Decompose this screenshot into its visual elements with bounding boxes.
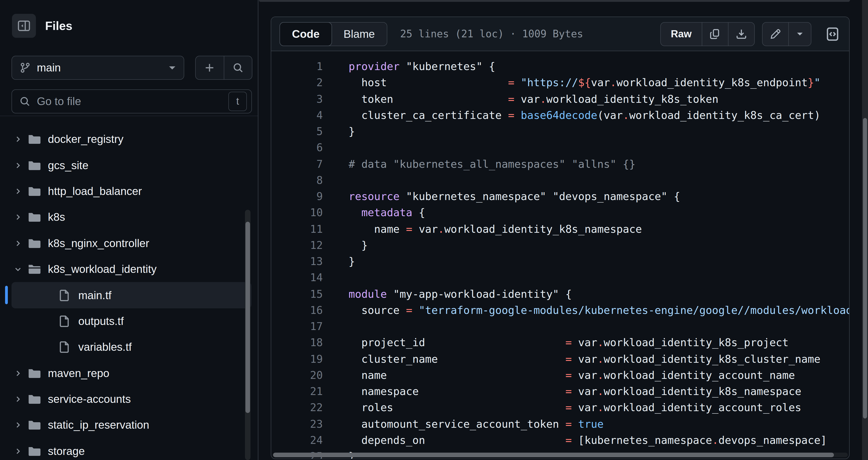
line-number[interactable]: 23 bbox=[271, 416, 323, 432]
edit-button[interactable] bbox=[763, 22, 788, 46]
search-icon bbox=[19, 96, 30, 107]
code-horizontal-scrollbar bbox=[273, 453, 848, 457]
code-token: . bbox=[438, 223, 444, 235]
tree-item-k8s_workload_identity[interactable]: k8s_workload_identity bbox=[0, 256, 258, 282]
copy-button[interactable] bbox=[702, 22, 728, 46]
chevron-down-icon[interactable] bbox=[11, 265, 25, 273]
line-number[interactable]: 19 bbox=[271, 351, 323, 367]
code-line: 2 host = "https://${var.workload_identit… bbox=[271, 75, 849, 91]
chevron-right-icon[interactable] bbox=[11, 161, 25, 169]
line-number[interactable]: 18 bbox=[271, 335, 323, 351]
line-number[interactable]: 1 bbox=[271, 59, 323, 75]
line-number[interactable]: 17 bbox=[271, 318, 323, 335]
line-number[interactable]: 7 bbox=[271, 156, 323, 172]
code-line-content: namespace = var.workload_identity_k8s_na… bbox=[323, 383, 801, 400]
line-number[interactable]: 16 bbox=[271, 303, 323, 319]
tree-item-service-accounts[interactable]: service-accounts bbox=[0, 386, 258, 412]
branch-selector[interactable]: main bbox=[11, 56, 184, 80]
line-number[interactable]: 14 bbox=[271, 270, 323, 286]
tree-item-label: docker_registry bbox=[48, 133, 123, 146]
line-number[interactable]: 12 bbox=[271, 237, 323, 254]
tree-item-k8s_nginx_controller[interactable]: k8s_nginx_controller bbox=[0, 230, 258, 256]
chevron-right-icon[interactable] bbox=[11, 369, 25, 377]
line-number[interactable]: 5 bbox=[271, 123, 323, 140]
code-line-content: } bbox=[323, 237, 368, 254]
line-number[interactable]: 20 bbox=[271, 367, 323, 384]
chevron-right-icon[interactable] bbox=[11, 239, 25, 248]
code-line: 16 source = "terraform-google-modules/ku… bbox=[271, 303, 849, 319]
code-token: workload_identity_k8s_endpoint bbox=[616, 77, 808, 89]
code-line-content: token = var.workload_identity_k8s_token bbox=[323, 91, 718, 107]
raw-button[interactable]: Raw bbox=[661, 22, 702, 46]
code-token: true bbox=[578, 418, 604, 430]
line-number[interactable]: 10 bbox=[271, 205, 323, 221]
active-item-indicator bbox=[5, 286, 8, 305]
symbols-panel-button[interactable] bbox=[824, 27, 841, 41]
code-token: metadata bbox=[361, 207, 412, 219]
go-to-file-input[interactable] bbox=[36, 94, 228, 108]
sidebar-scrollbar-thumb[interactable] bbox=[245, 222, 250, 413]
tab-blame[interactable]: Blame bbox=[332, 22, 387, 46]
code-line: 13} bbox=[271, 254, 849, 270]
code-token: . bbox=[712, 434, 719, 446]
tree-item-gcs_site[interactable]: gcs_site bbox=[0, 152, 258, 178]
code-token: ${ bbox=[578, 77, 591, 89]
tree-item-static_ip_reservation[interactable]: static_ip_reservation bbox=[0, 412, 258, 438]
tree-header-actions bbox=[195, 56, 252, 80]
file-view-header: Code Blame 25 lines (21 loc) · 1009 Byte… bbox=[271, 17, 849, 51]
search-icon bbox=[232, 62, 244, 73]
code-line-content: metadata { bbox=[323, 205, 425, 221]
line-number[interactable]: 24 bbox=[271, 432, 323, 449]
tree-item-label: storage bbox=[48, 445, 85, 458]
tree-item-main.tf[interactable]: main.tf bbox=[11, 282, 251, 308]
line-number[interactable]: 22 bbox=[271, 400, 323, 416]
code-token: provider bbox=[348, 60, 400, 73]
code-token: } bbox=[348, 239, 368, 251]
line-number[interactable]: 4 bbox=[271, 107, 323, 124]
code-token: { bbox=[412, 207, 425, 219]
tree-item-variables.tf[interactable]: variables.tf bbox=[0, 334, 258, 360]
tree-item-label: static_ip_reservation bbox=[48, 419, 149, 432]
chevron-right-icon[interactable] bbox=[11, 395, 25, 403]
line-number[interactable]: 8 bbox=[271, 172, 323, 189]
code-horizontal-scrollbar-thumb[interactable] bbox=[273, 453, 834, 457]
line-number[interactable]: 15 bbox=[271, 286, 323, 303]
code-token: cluster_name bbox=[348, 353, 565, 365]
tree-item-storage[interactable]: storage bbox=[0, 438, 258, 460]
edit-more-button[interactable] bbox=[788, 22, 811, 46]
new-file-button[interactable] bbox=[196, 56, 223, 79]
window-scrollbar-thumb[interactable] bbox=[863, 118, 867, 419]
chevron-right-icon[interactable] bbox=[11, 421, 25, 429]
line-number[interactable]: 9 bbox=[271, 189, 323, 205]
code-line: 24 depends_on = [kubernetes_namespace.de… bbox=[271, 432, 849, 449]
tree-item-k8s[interactable]: k8s bbox=[0, 204, 258, 230]
tree-item-outputs.tf[interactable]: outputs.tf bbox=[0, 308, 258, 334]
code-token: workload_identity_k8s_cluster_name bbox=[604, 353, 820, 365]
collapse-sidebar-button[interactable] bbox=[12, 14, 36, 38]
download-button[interactable] bbox=[728, 22, 754, 46]
chevron-right-icon[interactable] bbox=[11, 187, 25, 195]
code-line: 17 bbox=[271, 318, 849, 335]
tree-item-label: k8s_workload_identity bbox=[48, 263, 157, 276]
line-number[interactable]: 2 bbox=[271, 75, 323, 91]
search-tree-button[interactable] bbox=[223, 56, 252, 79]
code-token: = bbox=[406, 223, 418, 235]
line-number[interactable]: 6 bbox=[271, 140, 323, 156]
line-number[interactable]: 3 bbox=[271, 91, 323, 107]
code-token: . bbox=[597, 385, 604, 397]
chevron-right-icon[interactable] bbox=[11, 135, 25, 143]
code-line: 3 token = var.workload_identity_k8s_toke… bbox=[271, 91, 849, 107]
line-number[interactable]: 13 bbox=[271, 254, 323, 270]
chevron-right-icon[interactable] bbox=[11, 213, 25, 222]
tree-item-maven_repo[interactable]: maven_repo bbox=[0, 360, 258, 386]
tree-item-docker_registry[interactable]: docker_registry bbox=[0, 126, 258, 152]
code-token: roles bbox=[348, 402, 565, 414]
tree-item-http_load_balancer[interactable]: http_load_balancer bbox=[0, 178, 258, 204]
chevron-right-icon[interactable] bbox=[11, 447, 25, 455]
code-token: "terraform-google-modules/kubernetes-eng… bbox=[419, 304, 849, 316]
tab-code[interactable]: Code bbox=[280, 22, 332, 46]
chevron-down-icon bbox=[168, 65, 176, 70]
line-number[interactable]: 21 bbox=[271, 383, 323, 400]
code-token: workload_identity_k8s_namespace bbox=[444, 223, 642, 235]
line-number[interactable]: 11 bbox=[271, 221, 323, 237]
